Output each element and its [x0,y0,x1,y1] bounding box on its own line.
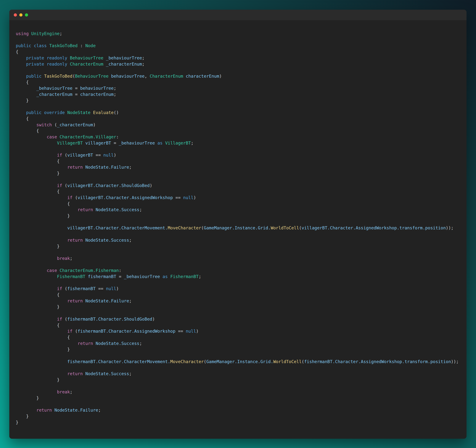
indent [16,171,57,176]
close-button[interactable] [14,13,17,17]
indent [16,323,57,328]
indent [16,128,36,133]
indent [16,396,36,400]
indent [16,80,26,85]
code-token: } [67,213,70,218]
code-token: behaviourTree [111,74,144,78]
code-token: villagerBT [85,141,111,145]
indent [16,207,78,212]
code-token: ) [150,183,152,188]
code-token: } [57,244,60,249]
code-token: return [36,408,55,413]
code-token: ( [201,226,204,230]
code-line: { [16,49,460,55]
code-token: break [57,389,70,394]
code-token: { [57,189,60,194]
code-token: BehaviourTree [70,55,106,60]
code-token: fishermanBT.Character.AssignedWorkshop.t… [304,359,451,364]
indent [16,335,67,340]
code-token: NodeState.Failure [85,299,129,303]
code-token: ; [129,299,132,303]
code-token: { [36,128,39,133]
indent [16,244,57,249]
code-line: { [16,116,460,122]
code-line [16,310,460,316]
code-line: _characterEnum = characterEnum; [16,91,460,98]
indent [16,238,67,243]
code-token: if [57,153,65,158]
indent [16,274,57,279]
indent [16,317,57,321]
maximize-button[interactable] [25,13,28,17]
code-token: _characterEnum [36,92,73,97]
code-token: } [57,171,60,176]
indent [16,86,36,91]
code-line: villagerBT.Character.CharacterMovement.M… [16,225,460,231]
code-line: FishermanBT fishermanBT = _behaviourTree… [16,274,460,280]
code-token: CharacterEnum [70,62,106,66]
code-token: if [57,286,65,291]
code-token: NodeState.Failure [85,165,129,170]
code-token: public [26,74,44,78]
code-line [16,249,460,255]
code-token: ) [219,74,222,78]
code-token: GameManager.Instance.Grid. [204,226,271,230]
code-line: public override NodeState Evaluate() [16,110,460,116]
code-token: case [47,268,59,273]
code-token: GameManager.Instance.Grid. [206,359,273,364]
code-token: NodeState [67,110,93,115]
indent [16,414,26,419]
code-line: break; [16,389,460,395]
code-token: = [73,86,80,91]
indent [16,408,36,413]
indent [16,189,57,194]
indent [16,92,36,97]
code-line [16,104,460,110]
code-token: TaskGoToBed [49,43,78,48]
code-token: : [119,268,121,273]
code-token: UnityEngine [31,31,59,36]
code-token: WorldToCell [273,359,302,364]
code-line [16,353,460,359]
code-token: = [73,92,80,97]
code-token: } [57,304,60,309]
code-token: villagerBT.Character.AssignedWorkshop [78,195,173,200]
code-token: return [78,341,96,346]
code-token: TaskGoToBed [44,74,72,78]
code-token: ; [70,389,73,394]
code-token: ) [113,153,116,158]
code-line [16,365,460,371]
code-token: } [57,377,60,382]
code-line [16,231,460,237]
code-token: _behaviourTree [119,141,155,145]
code-token: as [155,141,165,145]
code-token: ; [198,274,201,279]
minimize-button[interactable] [19,13,23,17]
code-token: ; [139,341,142,346]
code-token: null [106,286,116,291]
indent [16,268,47,273]
indent [16,256,57,261]
code-token: == [176,329,186,334]
code-token: behaviourTree [80,86,113,91]
code-line: } [16,413,460,419]
code-token: VillagerBT [57,141,85,145]
code-line: } [16,304,460,310]
code-line: if (fishermanBT.Character.AssignedWorksh… [16,328,460,334]
indent [16,62,26,66]
code-token: break [57,256,70,261]
code-line [16,37,460,43]
code-token: = [116,274,124,279]
code-token: { [67,201,70,206]
code-token: ( [75,329,78,334]
code-token: private readonly [26,55,70,60]
code-token: villagerBT.Character.ShouldGoBed [67,183,150,188]
code-token: MoveCharacter [170,359,204,364]
code-token: { [57,323,60,328]
code-line: return NodeState.Success; [16,207,460,213]
code-token: return [67,165,85,170]
code-line [16,383,460,389]
indent [16,201,67,206]
code-line: { [16,322,460,328]
code-token: villagerBT.Character.AssignedWorkshop.tr… [302,226,446,230]
